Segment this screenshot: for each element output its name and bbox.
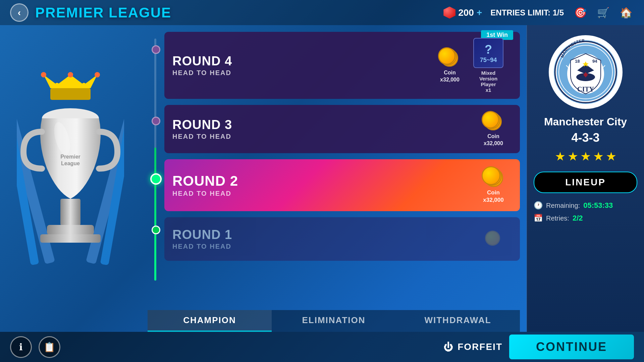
header-icons: 🎯 🛒 🏠 [572,5,634,21]
round-4-subtitle: HEAD TO HEAD [172,69,438,77]
svg-point-7 [68,72,73,77]
retries-label: Retries: [546,215,569,222]
round-3-subtitle: HEAD TO HEAD [172,133,482,140]
retries-stat: 📅 Retries: 2/2 [534,214,637,223]
star-1: ★ [555,149,566,164]
svg-rect-14 [40,234,101,243]
player-card: ? 75~94 [473,38,503,68]
round-4-container: 1st Win ROUND 4 HEAD TO HEAD [164,32,520,102]
remaining-stat: 🕐 Remaining: 05:53:33 [534,201,637,210]
currency-block: 200 + [443,7,482,19]
star-3: ★ [580,149,591,164]
team-section: 18 94 CITY MANCHESTER Manch [527,25,644,332]
progress-track [154,39,156,281]
svg-rect-13 [47,225,94,235]
back-button[interactable]: ‹ [10,3,29,22]
clipboard-button[interactable]: 📋 [39,336,60,358]
forfeit-button[interactable]: ⏻ FORFEIT [443,342,502,353]
round-3-title: ROUND 3 [172,118,482,132]
svg-point-10 [82,83,86,87]
calendar-icon: 📅 [534,214,543,223]
round-1-rewards [485,231,505,247]
target-icon-button[interactable]: 🎯 [572,5,588,21]
tabs-row: CHAMPION ELIMINATION WITHDRAWAL [148,310,520,332]
team-stats: 🕐 Remaining: 05:53:33 📅 Retries: 2/2 [534,201,637,227]
trophy-image: Premier League [17,65,124,293]
continue-button[interactable]: CONTINUE [509,335,634,359]
svg-point-8 [95,72,100,77]
round-4-title: ROUND 4 [172,54,438,68]
round-4-card: 1st Win ROUND 4 HEAD TO HEAD [164,32,520,99]
home-icon-button[interactable]: 🏠 [618,5,634,21]
tab-champion[interactable]: CHAMPION [148,310,272,332]
player-reward-label: Mixed Version Playerx1 [472,70,505,93]
round-4-info: ROUND 4 HEAD TO HEAD [172,54,438,77]
gem-icon [443,7,455,19]
round-1-card: ROUND 1 HEAD TO HEAD [164,217,520,261]
info-button[interactable]: ℹ [10,336,32,358]
tab-withdrawal[interactable]: WITHDRAWAL [396,310,520,332]
team-formation: 4-3-3 [571,131,599,145]
round-1-container: ROUND 1 HEAD TO HEAD [164,217,520,263]
svg-text:CITY: CITY [577,85,594,93]
round-1-title: ROUND 1 [172,228,485,242]
round-2-title: ROUND 2 [172,173,482,189]
svg-point-9 [55,83,59,87]
add-currency-button[interactable]: + [477,7,482,18]
round-3-container: ROUND 3 HEAD TO HEAD Coinx32,000 [164,105,520,156]
round-2-rewards: Coinx32,000 [482,166,505,204]
header-right: 200 + ENTRIES LIMIT: 1/5 🎯 🛒 🏠 [443,5,634,21]
svg-text:94: 94 [592,59,597,64]
svg-text:18: 18 [575,59,580,64]
round-2-card-active[interactable]: ROUND 2 HEAD TO HEAD Coinx32,000 [164,159,520,211]
round-1-dot [152,226,160,234]
round-2-subtitle: HEAD TO HEAD [172,190,482,197]
svg-text:Premier: Premier [60,154,80,160]
retries-value: 2/2 [573,214,583,223]
manchester-city-logo: 18 94 CITY MANCHESTER [552,39,619,106]
trophy-section: Premier League [0,25,141,332]
round-2-container: ROUND 2 HEAD TO HEAD Coinx32,000 [164,159,520,214]
remaining-value: 05:53:33 [583,201,613,210]
rounds-section: 1st Win ROUND 4 HEAD TO HEAD [141,25,527,332]
round-4-dot [152,45,160,54]
svg-rect-12 [60,199,80,226]
round-3-card: ROUND 3 HEAD TO HEAD Coinx32,000 [164,105,520,153]
currency-value: 200 [458,7,474,18]
round-3-dot [152,117,160,125]
forfeit-label: FORFEIT [458,342,502,352]
player-range: 75~94 [480,57,497,64]
entries-limit: ENTRIES LIMIT: 1/5 [490,8,564,17]
svg-point-6 [41,72,46,77]
round-1-info: ROUND 1 HEAD TO HEAD [172,228,485,250]
team-logo-container: 18 94 CITY MANCHESTER [549,35,623,109]
lineup-button[interactable]: LINEUP [534,172,637,193]
progress-fill [154,147,156,281]
coin-label-r3: Coinx32,000 [484,133,503,147]
round-3-rewards: Coinx32,000 [482,111,505,147]
forfeit-icon: ⏻ [443,342,453,353]
star-4: ★ [593,149,604,164]
round-2-info: ROUND 2 HEAD TO HEAD [172,173,482,197]
coin-reward-r2: Coinx32,000 [482,166,505,204]
remaining-label: Remaining: [546,202,580,209]
main-content: Premier League [0,25,644,332]
star-5: ★ [606,149,616,164]
round-1-subtitle: HEAD TO HEAD [172,243,485,250]
round-2-dot-active [150,173,162,185]
svg-text:League: League [61,161,80,166]
trophy-container: Premier League [12,48,129,309]
bottom-bar: ℹ 📋 ⏻ FORFEIT CONTINUE [0,332,644,362]
coin-reward-r3: Coinx32,000 [482,111,505,147]
coin-reward-r4: Coinx32,000 [438,47,462,83]
star-2: ★ [568,149,578,164]
page-title: PREMIER LEAGUE [35,5,171,21]
team-name: Manchester City [544,116,627,128]
tab-elimination[interactable]: ELIMINATION [272,310,396,332]
coin-label-r2: Coinx32,000 [483,189,503,204]
cart-icon-button[interactable]: 🛒 [595,5,611,21]
round-4-rewards: Coinx32,000 ? 75~94 Mixed Version Player… [438,38,505,93]
round-3-info: ROUND 3 HEAD TO HEAD [172,118,482,140]
player-reward-r4: ? 75~94 Mixed Version Playerx1 [472,38,505,93]
header: ‹ PREMIER LEAGUE 200 + ENTRIES LIMIT: 1/… [0,0,644,25]
